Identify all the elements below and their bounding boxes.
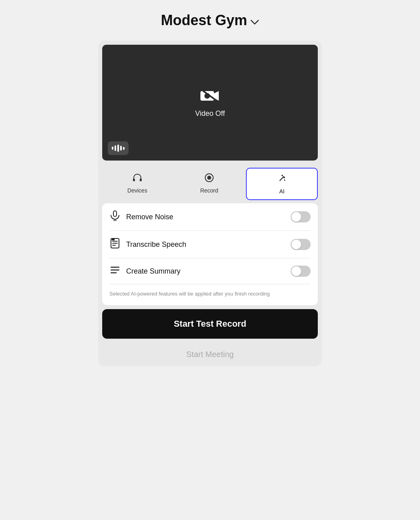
mic-icon	[109, 210, 121, 223]
ai-features-panel: Remove Noise Transcribe Speech	[102, 203, 318, 305]
svg-rect-3	[133, 179, 135, 181]
headphones-icon	[132, 173, 143, 185]
create-summary-toggle[interactable]	[291, 266, 311, 277]
feature-transcribe-speech: Transcribe Speech	[109, 231, 311, 258]
ai-note: Selected AI-powered features will be app…	[109, 284, 311, 305]
audio-indicator	[108, 141, 129, 155]
remove-noise-toggle[interactable]	[291, 211, 311, 222]
tab-devices[interactable]: Devices	[102, 168, 172, 200]
svg-rect-21	[112, 239, 115, 240]
tab-record[interactable]: Record	[174, 168, 244, 200]
video-preview: Video Off	[102, 45, 318, 161]
ai-sparkle-icon	[277, 173, 287, 186]
feature-remove-noise: Remove Noise	[109, 203, 311, 231]
page-header[interactable]: Modest Gym	[161, 12, 259, 29]
video-off-label: Video Off	[195, 109, 225, 118]
start-test-record-button[interactable]: Start Test Record	[102, 309, 318, 339]
tab-ai[interactable]: AI	[246, 168, 318, 200]
tab-bar: Devices Record	[98, 165, 322, 203]
tab-ai-label: AI	[279, 188, 284, 195]
create-summary-label: Create Summary	[126, 267, 285, 276]
tab-record-label: Record	[200, 187, 218, 194]
svg-rect-4	[140, 179, 142, 181]
svg-point-6	[207, 176, 211, 180]
camera-off-icon	[200, 88, 220, 105]
tab-devices-label: Devices	[127, 187, 147, 194]
main-card: Video Off Device	[98, 41, 322, 366]
svg-rect-14	[113, 211, 117, 216]
transcribe-speech-label: Transcribe Speech	[126, 240, 285, 249]
page-title: Modest Gym	[161, 12, 247, 29]
transcribe-icon	[109, 238, 121, 251]
summary-icon	[109, 266, 121, 276]
remove-noise-label: Remove Noise	[126, 213, 285, 221]
feature-create-summary: Create Summary	[109, 258, 311, 284]
record-icon	[204, 173, 214, 185]
svg-line-7	[280, 177, 284, 181]
transcribe-speech-toggle[interactable]	[291, 239, 311, 250]
start-meeting-button[interactable]: Start Meeting	[98, 343, 322, 366]
chevron-down-icon[interactable]	[250, 12, 259, 29]
app-container: Modest Gym Vi	[90, 12, 330, 366]
